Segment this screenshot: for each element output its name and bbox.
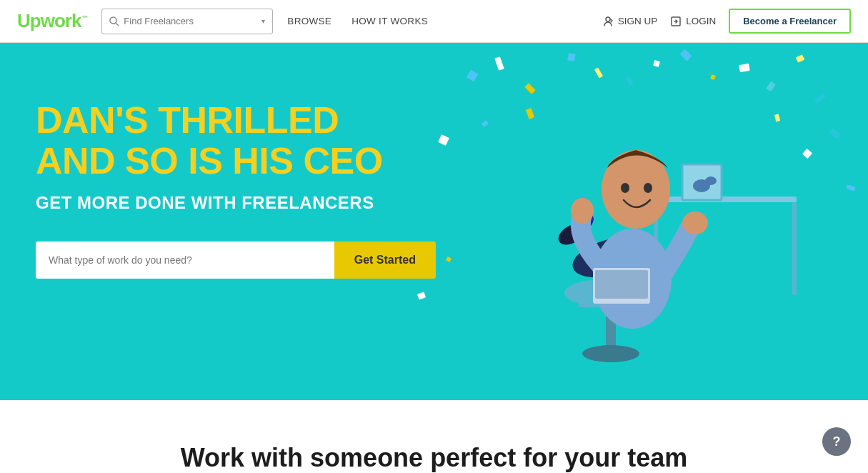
svg-rect-23 bbox=[595, 270, 648, 299]
hero-person-illustration bbox=[468, 57, 811, 393]
navbar: Upwork™ ▾ BROWSE HOW IT WORKS SIGN UP LO… bbox=[0, 0, 868, 43]
nav-links: BROWSE HOW IT WORKS bbox=[287, 16, 602, 26]
login-label: LOGIN bbox=[686, 16, 716, 26]
svg-point-14 bbox=[571, 198, 594, 224]
svg-point-18 bbox=[644, 183, 652, 193]
signup-label: SIGN UP bbox=[618, 16, 658, 26]
logo-up: Up bbox=[17, 10, 41, 31]
hero-search-bar: Get Started bbox=[36, 242, 436, 279]
hero-search-input[interactable] bbox=[36, 242, 334, 279]
logo-work: work bbox=[41, 10, 81, 31]
nav-right: SIGN UP LOGIN Become a Freelancer bbox=[602, 9, 851, 34]
svg-line-1 bbox=[116, 23, 119, 26]
logo[interactable]: Upwork™ bbox=[17, 10, 87, 32]
search-input[interactable] bbox=[124, 16, 259, 26]
logo-tm: ™ bbox=[81, 14, 87, 21]
become-freelancer-button[interactable]: Become a Freelancer bbox=[729, 9, 851, 34]
hero-get-started-button[interactable]: Get Started bbox=[334, 242, 436, 279]
hero-headline: DAN'S THRILLED AND SO IS HIS CEO bbox=[36, 100, 436, 181]
hero-section: DAN'S THRILLED AND SO IS HIS CEO GET MOR… bbox=[0, 43, 868, 400]
bottom-title: Work with someone perfect for your team bbox=[14, 443, 854, 473]
nav-link-how-it-works[interactable]: HOW IT WORKS bbox=[351, 16, 428, 26]
hero-subheadline: GET MORE DONE WITH FREELANCERS bbox=[36, 193, 436, 213]
signup-button[interactable]: SIGN UP bbox=[602, 16, 658, 27]
nav-link-browse[interactable]: BROWSE bbox=[287, 16, 331, 26]
login-button[interactable]: LOGIN bbox=[670, 16, 716, 27]
help-button[interactable]: ? bbox=[822, 427, 851, 456]
search-icon bbox=[109, 16, 119, 26]
svg-point-9 bbox=[582, 345, 639, 362]
svg-point-0 bbox=[110, 17, 116, 24]
hero-illustration bbox=[382, 43, 868, 400]
svg-point-21 bbox=[705, 176, 717, 185]
svg-rect-3 bbox=[654, 196, 797, 202]
svg-point-15 bbox=[682, 211, 708, 234]
logo-text: Upwork™ bbox=[17, 10, 87, 32]
svg-point-17 bbox=[621, 183, 629, 193]
hero-headline-line2: AND SO IS HIS CEO bbox=[36, 140, 383, 181]
hero-content: DAN'S THRILLED AND SO IS HIS CEO GET MOR… bbox=[36, 100, 436, 279]
search-bar[interactable]: ▾ bbox=[101, 9, 273, 34]
hero-headline-line1: DAN'S THRILLED bbox=[36, 99, 339, 141]
search-dropdown-arrow[interactable]: ▾ bbox=[261, 17, 265, 25]
svg-rect-5 bbox=[792, 202, 797, 295]
bottom-section: Work with someone perfect for your team bbox=[0, 400, 868, 473]
